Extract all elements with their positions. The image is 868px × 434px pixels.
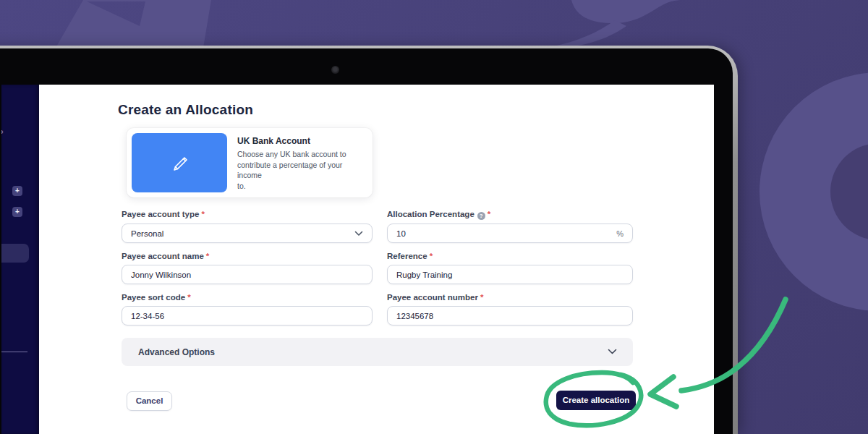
sidebar-active-item[interactable] xyxy=(1,244,29,263)
sidebar-collapse-icon[interactable]: » xyxy=(1,127,3,137)
payee-sort-code-label: Payee sort code* xyxy=(122,293,373,302)
payee-account-number-input[interactable] xyxy=(396,312,624,320)
card-heading: UK Bank Account xyxy=(237,136,367,146)
chevron-down-icon xyxy=(354,231,363,237)
background-letter-shape xyxy=(56,0,211,48)
allocation-percentage-label: Allocation Percentage?* xyxy=(387,210,633,220)
account-type-card[interactable]: UK Bank Account Choose any UK bank accou… xyxy=(127,128,373,197)
account-type-tile xyxy=(132,133,227,192)
payee-account-name-field xyxy=(122,265,373,284)
create-allocation-button[interactable]: Create allocation xyxy=(556,391,636,410)
payee-account-type-value: Personal xyxy=(131,229,163,238)
required-asterisk: * xyxy=(488,210,490,218)
allocation-percentage-input[interactable] xyxy=(396,229,610,238)
pencil-icon xyxy=(169,152,190,174)
sidebar: » + + xyxy=(1,85,39,434)
marketing-screenshot: » + + Create an Allocation UK Bank Accou xyxy=(0,0,868,434)
required-asterisk: * xyxy=(201,210,204,218)
reference-input[interactable] xyxy=(396,271,624,279)
background-wave-shape-top xyxy=(571,0,683,23)
percent-suffix: % xyxy=(616,229,624,238)
payee-account-name-label: Payee account name* xyxy=(122,252,373,260)
required-asterisk: * xyxy=(430,252,433,260)
webcam-icon xyxy=(331,66,339,74)
required-asterisk: * xyxy=(480,293,483,302)
sidebar-add-button[interactable]: + xyxy=(12,186,22,196)
chevron-down-icon xyxy=(608,349,617,355)
payee-account-number-label: Payee account number* xyxy=(387,293,633,302)
app-screen: » + + Create an Allocation UK Bank Accou xyxy=(1,85,714,434)
payee-account-type-label: Payee account type* xyxy=(122,210,373,218)
sidebar-divider xyxy=(1,352,27,352)
allocation-percentage-field: % xyxy=(387,224,633,243)
advanced-options-toggle[interactable]: Advanced Options xyxy=(122,338,633,366)
payee-account-name-input[interactable] xyxy=(131,271,363,279)
help-icon[interactable]: ? xyxy=(477,212,485,220)
required-asterisk: * xyxy=(206,252,209,260)
payee-sort-code-input[interactable] xyxy=(131,312,363,320)
background-wave-shape-bottom xyxy=(545,20,626,48)
required-asterisk: * xyxy=(187,293,190,302)
advanced-options-label: Advanced Options xyxy=(138,347,215,357)
payee-account-number-field xyxy=(387,306,633,326)
payee-sort-code-field xyxy=(122,306,373,326)
page-title: Create an Allocation xyxy=(118,102,253,118)
reference-label: Reference* xyxy=(387,252,633,260)
payee-account-type-select[interactable]: Personal xyxy=(122,224,373,243)
sidebar-add-button-2[interactable]: + xyxy=(12,207,22,217)
reference-field xyxy=(387,265,633,284)
card-description: Choose any UK bank account to contribute… xyxy=(237,149,367,191)
cancel-button[interactable]: Cancel xyxy=(127,391,172,411)
